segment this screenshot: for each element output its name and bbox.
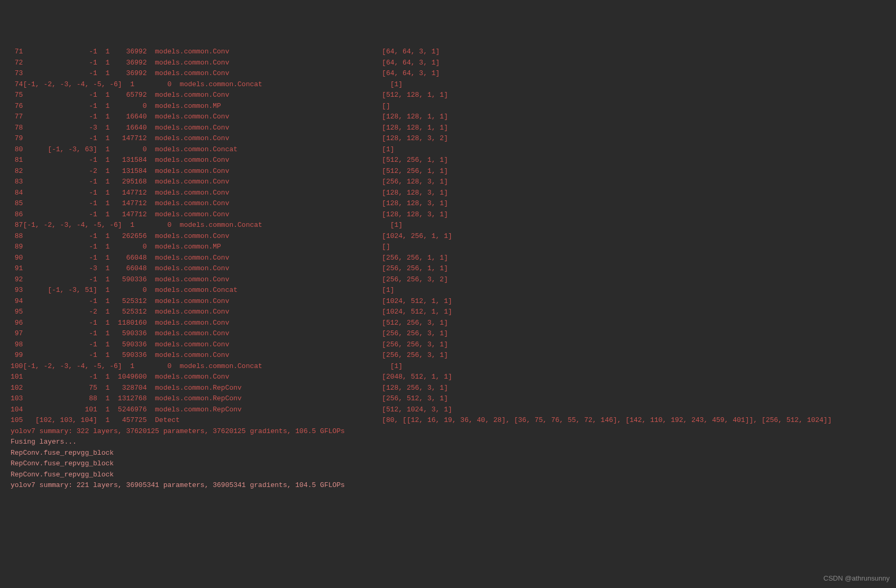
tail-line: RepConv.fuse_repvgg_block [11,458,885,470]
tail-line: yolov7 summary: 221 layers, 36905341 par… [11,480,885,491]
model-row: 96 -1 1 1180160 models.common.Conv [512,… [11,318,885,329]
tail-line: Fusing layers... [11,437,885,448]
tail-line: RepConv.fuse_repvgg_block [11,470,885,481]
model-row: 101 -1 1 1049600 models.common.Conv [204… [11,372,885,383]
model-row: 79 -1 1 147712 models.common.Conv [128, … [11,133,885,144]
model-row: 92 -1 1 590336 models.common.Conv [256, … [11,274,885,286]
model-row: 86 -1 1 147712 models.common.Conv [128, … [11,209,885,221]
model-row: 97 -1 1 590336 models.common.Conv [256, … [11,328,885,339]
model-row: 73 -1 1 36992 models.common.Conv [64, 64… [11,68,885,79]
model-row: 105 [102, 103, 104] 1 457725 Detect [80,… [11,415,885,426]
model-row: 98 -1 1 590336 models.common.Conv [256, … [11,339,885,351]
model-row: 82 -2 1 131584 models.common.Conv [512, … [11,166,885,177]
model-row: 99 -1 1 590336 models.common.Conv [256, … [11,350,885,361]
model-row: 78 -3 1 16640 models.common.Conv [128, 1… [11,123,885,134]
model-row: 76 -1 1 0 models.common.MP [] [11,101,885,112]
model-row: 71 -1 1 36992 models.common.Conv [64, 64… [11,47,885,58]
model-row: 72 -1 1 36992 models.common.Conv [64, 64… [11,58,885,69]
model-row: 83 -1 1 295168 models.common.Conv [256, … [11,177,885,188]
tail-line: RepConv.fuse_repvgg_block [11,448,885,459]
model-row: 103 88 1 1312768 models.common.RepConv [… [11,393,885,405]
model-row: 74[-1, -2, -3, -4, -5, -6] 1 0 models.co… [11,79,885,90]
model-row: 93 [-1, -3, 51] 1 0 models.common.Concat… [11,285,885,296]
model-row: 104 101 1 5246976 models.common.RepConv … [11,405,885,416]
model-row: 95 -2 1 525312 models.common.Conv [1024,… [11,307,885,318]
model-row: 77 -1 1 16640 models.common.Conv [128, 1… [11,112,885,123]
model-row: 75 -1 1 65792 models.common.Conv [512, 1… [11,90,885,101]
summary-line: yolov7 summary: 322 layers, 37620125 par… [11,426,885,437]
model-row: 85 -1 1 147712 models.common.Conv [128, … [11,198,885,209]
model-row: 91 -3 1 66048 models.common.Conv [256, 2… [11,263,885,274]
console-output: 71 -1 1 36992 models.common.Conv [64, 64… [11,47,885,491]
model-row: 102 75 1 328704 models.common.RepConv [1… [11,383,885,394]
model-row: 87[-1, -2, -3, -4, -5, -6] 1 0 models.co… [11,220,885,231]
model-row: 94 -1 1 525312 models.common.Conv [1024,… [11,296,885,307]
model-row: 80 [-1, -3, 63] 1 0 models.common.Concat… [11,144,885,155]
model-row: 88 -1 1 262656 models.common.Conv [1024,… [11,231,885,242]
model-row: 100[-1, -2, -3, -4, -5, -6] 1 0 models.c… [11,361,885,372]
model-row: 89 -1 1 0 models.common.MP [] [11,242,885,253]
model-row: 81 -1 1 131584 models.common.Conv [512, … [11,155,885,166]
model-row: 84 -1 1 147712 models.common.Conv [128, … [11,188,885,199]
model-row: 90 -1 1 66048 models.common.Conv [256, 2… [11,253,885,264]
